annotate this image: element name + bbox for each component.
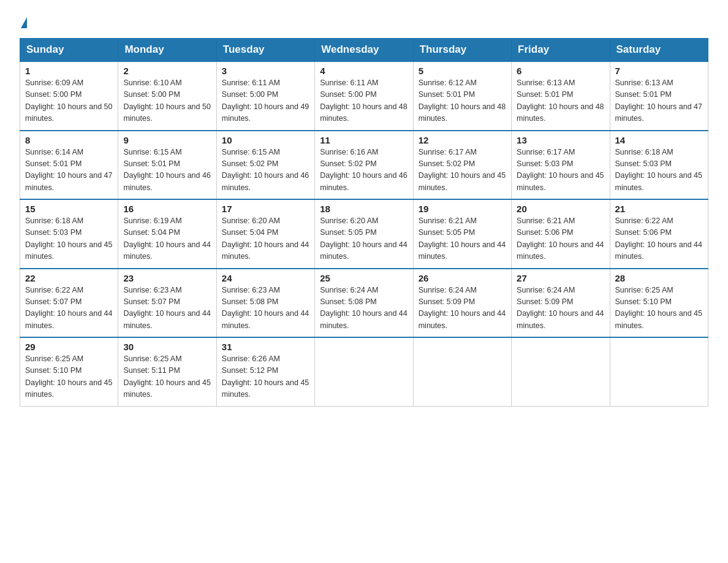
page-header	[20, 15, 708, 27]
calendar-cell: 8 Sunrise: 6:14 AMSunset: 5:01 PMDayligh…	[20, 131, 118, 200]
calendar-cell: 29 Sunrise: 6:25 AMSunset: 5:10 PMDaylig…	[20, 337, 118, 406]
day-number: 6	[517, 66, 604, 76]
day-info: Sunrise: 6:15 AMSunset: 5:01 PMDaylight:…	[123, 147, 211, 194]
calendar-cell	[413, 337, 511, 406]
day-number: 26	[419, 273, 506, 283]
day-info: Sunrise: 6:22 AMSunset: 5:06 PMDaylight:…	[615, 215, 703, 263]
logo	[20, 15, 27, 27]
day-number: 17	[222, 204, 309, 214]
logo-triangle-icon	[21, 17, 27, 28]
calendar-cell: 30 Sunrise: 6:25 AMSunset: 5:11 PMDaylig…	[118, 337, 216, 406]
day-info: Sunrise: 6:10 AMSunset: 5:00 PMDaylight:…	[123, 77, 211, 125]
calendar-cell: 3 Sunrise: 6:11 AMSunset: 5:00 PMDayligh…	[216, 61, 314, 131]
calendar-cell: 14 Sunrise: 6:18 AMSunset: 5:03 PMDaylig…	[610, 131, 708, 200]
day-info: Sunrise: 6:24 AMSunset: 5:09 PMDaylight:…	[419, 285, 506, 332]
day-number: 14	[615, 135, 703, 145]
calendar-cell: 17 Sunrise: 6:20 AMSunset: 5:04 PMDaylig…	[216, 199, 314, 269]
day-number: 1	[25, 66, 113, 76]
day-info: Sunrise: 6:20 AMSunset: 5:04 PMDaylight:…	[222, 215, 309, 263]
day-info: Sunrise: 6:26 AMSunset: 5:12 PMDaylight:…	[222, 353, 309, 401]
day-info: Sunrise: 6:20 AMSunset: 5:05 PMDaylight:…	[320, 215, 408, 263]
day-number: 11	[320, 135, 408, 145]
calendar-cell: 7 Sunrise: 6:13 AMSunset: 5:01 PMDayligh…	[610, 61, 708, 131]
day-info: Sunrise: 6:24 AMSunset: 5:09 PMDaylight:…	[517, 285, 604, 332]
column-header-tuesday: Tuesday	[216, 39, 314, 62]
day-info: Sunrise: 6:18 AMSunset: 5:03 PMDaylight:…	[25, 215, 113, 263]
calendar-cell: 31 Sunrise: 6:26 AMSunset: 5:12 PMDaylig…	[216, 337, 314, 406]
week-row-5: 29 Sunrise: 6:25 AMSunset: 5:10 PMDaylig…	[20, 337, 708, 406]
day-number: 27	[517, 273, 604, 283]
column-header-thursday: Thursday	[413, 39, 511, 62]
week-row-3: 15 Sunrise: 6:18 AMSunset: 5:03 PMDaylig…	[20, 199, 708, 269]
day-number: 4	[320, 66, 408, 76]
day-info: Sunrise: 6:12 AMSunset: 5:01 PMDaylight:…	[419, 77, 506, 125]
day-header-row: SundayMondayTuesdayWednesdayThursdayFrid…	[20, 39, 708, 62]
calendar-cell: 19 Sunrise: 6:21 AMSunset: 5:05 PMDaylig…	[413, 199, 511, 269]
calendar-cell: 21 Sunrise: 6:22 AMSunset: 5:06 PMDaylig…	[610, 199, 708, 269]
day-info: Sunrise: 6:21 AMSunset: 5:06 PMDaylight:…	[517, 215, 604, 263]
day-info: Sunrise: 6:23 AMSunset: 5:08 PMDaylight:…	[222, 285, 309, 332]
day-info: Sunrise: 6:11 AMSunset: 5:00 PMDaylight:…	[320, 77, 408, 125]
day-info: Sunrise: 6:25 AMSunset: 5:11 PMDaylight:…	[123, 353, 211, 401]
column-header-wednesday: Wednesday	[315, 39, 413, 62]
week-row-4: 22 Sunrise: 6:22 AMSunset: 5:07 PMDaylig…	[20, 269, 708, 338]
calendar-cell: 13 Sunrise: 6:17 AMSunset: 5:03 PMDaylig…	[512, 131, 610, 200]
day-number: 5	[419, 66, 506, 76]
day-number: 21	[615, 204, 703, 214]
week-row-1: 1 Sunrise: 6:09 AMSunset: 5:00 PMDayligh…	[20, 61, 708, 131]
day-info: Sunrise: 6:21 AMSunset: 5:05 PMDaylight:…	[419, 215, 506, 263]
calendar-cell: 16 Sunrise: 6:19 AMSunset: 5:04 PMDaylig…	[118, 199, 216, 269]
calendar-cell: 20 Sunrise: 6:21 AMSunset: 5:06 PMDaylig…	[512, 199, 610, 269]
day-number: 24	[222, 273, 309, 283]
calendar-cell: 4 Sunrise: 6:11 AMSunset: 5:00 PMDayligh…	[315, 61, 413, 131]
calendar-cell	[610, 337, 708, 406]
day-info: Sunrise: 6:19 AMSunset: 5:04 PMDaylight:…	[123, 215, 211, 263]
day-number: 15	[25, 204, 113, 214]
day-info: Sunrise: 6:13 AMSunset: 5:01 PMDaylight:…	[615, 77, 703, 125]
calendar-cell: 15 Sunrise: 6:18 AMSunset: 5:03 PMDaylig…	[20, 199, 118, 269]
day-info: Sunrise: 6:23 AMSunset: 5:07 PMDaylight:…	[123, 285, 211, 332]
day-info: Sunrise: 6:24 AMSunset: 5:08 PMDaylight:…	[320, 285, 408, 332]
day-number: 13	[517, 135, 604, 145]
week-row-2: 8 Sunrise: 6:14 AMSunset: 5:01 PMDayligh…	[20, 131, 708, 200]
calendar-cell: 26 Sunrise: 6:24 AMSunset: 5:09 PMDaylig…	[413, 269, 511, 338]
day-info: Sunrise: 6:16 AMSunset: 5:02 PMDaylight:…	[320, 147, 408, 194]
day-number: 18	[320, 204, 408, 214]
column-header-sunday: Sunday	[20, 39, 118, 62]
calendar-cell: 10 Sunrise: 6:15 AMSunset: 5:02 PMDaylig…	[216, 131, 314, 200]
day-number: 30	[123, 342, 211, 352]
day-number: 2	[123, 66, 211, 76]
day-number: 12	[419, 135, 506, 145]
day-info: Sunrise: 6:22 AMSunset: 5:07 PMDaylight:…	[25, 285, 113, 332]
day-number: 28	[615, 273, 703, 283]
day-number: 31	[222, 342, 309, 352]
calendar-cell: 6 Sunrise: 6:13 AMSunset: 5:01 PMDayligh…	[512, 61, 610, 131]
calendar-cell	[512, 337, 610, 406]
calendar-cell: 18 Sunrise: 6:20 AMSunset: 5:05 PMDaylig…	[315, 199, 413, 269]
calendar-cell: 2 Sunrise: 6:10 AMSunset: 5:00 PMDayligh…	[118, 61, 216, 131]
calendar-cell: 1 Sunrise: 6:09 AMSunset: 5:00 PMDayligh…	[20, 61, 118, 131]
day-number: 22	[25, 273, 113, 283]
day-info: Sunrise: 6:15 AMSunset: 5:02 PMDaylight:…	[222, 147, 309, 194]
day-info: Sunrise: 6:25 AMSunset: 5:10 PMDaylight:…	[25, 353, 113, 401]
calendar-cell: 12 Sunrise: 6:17 AMSunset: 5:02 PMDaylig…	[413, 131, 511, 200]
calendar-cell: 22 Sunrise: 6:22 AMSunset: 5:07 PMDaylig…	[20, 269, 118, 338]
day-info: Sunrise: 6:17 AMSunset: 5:03 PMDaylight:…	[517, 147, 604, 194]
day-number: 20	[517, 204, 604, 214]
calendar-cell: 28 Sunrise: 6:25 AMSunset: 5:10 PMDaylig…	[610, 269, 708, 338]
calendar-cell: 25 Sunrise: 6:24 AMSunset: 5:08 PMDaylig…	[315, 269, 413, 338]
day-info: Sunrise: 6:09 AMSunset: 5:00 PMDaylight:…	[25, 77, 113, 125]
day-info: Sunrise: 6:13 AMSunset: 5:01 PMDaylight:…	[517, 77, 604, 125]
day-info: Sunrise: 6:18 AMSunset: 5:03 PMDaylight:…	[615, 147, 703, 194]
day-number: 23	[123, 273, 211, 283]
day-info: Sunrise: 6:17 AMSunset: 5:02 PMDaylight:…	[419, 147, 506, 194]
column-header-monday: Monday	[118, 39, 216, 62]
day-number: 29	[25, 342, 113, 352]
calendar-cell	[315, 337, 413, 406]
day-number: 3	[222, 66, 309, 76]
day-info: Sunrise: 6:25 AMSunset: 5:10 PMDaylight:…	[615, 285, 703, 332]
calendar-table: SundayMondayTuesdayWednesdayThursdayFrid…	[20, 38, 708, 407]
calendar-cell: 11 Sunrise: 6:16 AMSunset: 5:02 PMDaylig…	[315, 131, 413, 200]
day-number: 9	[123, 135, 211, 145]
column-header-friday: Friday	[512, 39, 610, 62]
